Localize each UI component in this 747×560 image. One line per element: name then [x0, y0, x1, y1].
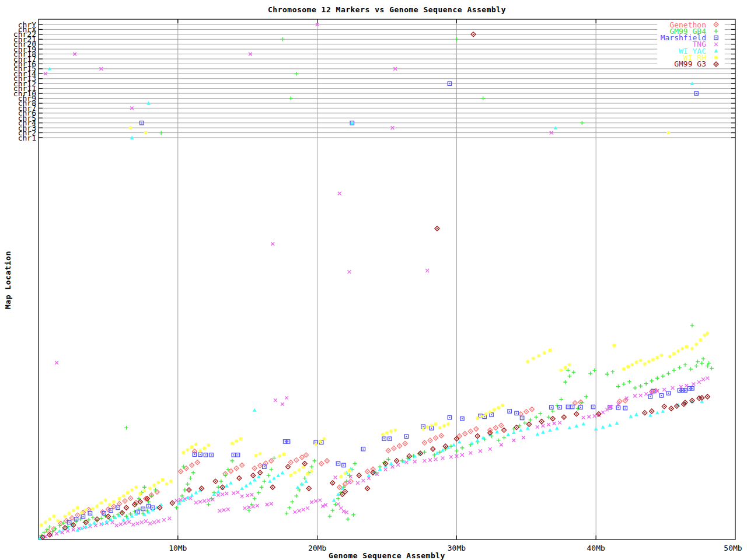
data-point: [582, 416, 585, 419]
data-point: [49, 534, 50, 536]
data-point: [428, 459, 432, 462]
data-point: [186, 482, 190, 486]
data-point: [66, 529, 69, 533]
data-point: [678, 366, 682, 370]
data-point: [470, 430, 471, 432]
data-point: [207, 443, 211, 447]
data-point: [254, 468, 255, 469]
data-point: [594, 427, 598, 430]
data-point: [42, 537, 43, 538]
data-point: [288, 441, 289, 442]
data-point: [555, 426, 559, 430]
data-point: [271, 460, 272, 461]
data-point: [484, 412, 488, 416]
data-point: [700, 361, 704, 365]
data-point: [318, 499, 322, 502]
data-point: [413, 460, 417, 463]
data-point: [117, 497, 121, 501]
x-tick-label-10mb: 10Mb: [169, 544, 187, 552]
data-point: [679, 385, 683, 388]
data-point: [676, 405, 678, 407]
data-point: [119, 523, 123, 526]
data-point: [312, 459, 316, 463]
data-point: [146, 498, 148, 499]
data-point: [53, 527, 57, 531]
data-point: [523, 421, 527, 425]
data-point: [391, 465, 395, 468]
data-point: [501, 425, 502, 426]
data-point: [634, 412, 638, 416]
data-point: [203, 499, 206, 503]
plot-canvas: 10Mb20Mb30Mb40Mb50MbchrYchrXchr22chr21ch…: [0, 0, 747, 560]
data-point: [553, 422, 556, 425]
data-point: [55, 361, 58, 365]
data-point: [484, 416, 485, 418]
data-point: [148, 506, 149, 507]
data-point: [289, 96, 293, 100]
data-point: [310, 469, 314, 473]
data-point: [191, 471, 196, 475]
data-point: [63, 514, 67, 519]
data-point: [107, 503, 111, 507]
data-point: [358, 475, 359, 476]
data-point: [449, 417, 451, 418]
data-point: [682, 390, 683, 391]
data-point: [194, 442, 198, 446]
data-point: [85, 522, 86, 523]
data-point: [152, 484, 156, 488]
data-point: [676, 349, 680, 353]
data-point: [432, 449, 434, 450]
data-point: [406, 436, 407, 437]
data-point: [404, 443, 406, 444]
data-point: [442, 424, 446, 428]
data-point: [343, 471, 347, 475]
data-point: [137, 512, 138, 513]
data-point: [672, 368, 676, 372]
data-point: [351, 513, 355, 517]
chrom-label-chr1: chr1: [18, 134, 36, 142]
data-point: [634, 360, 638, 365]
plot-border: [39, 19, 735, 540]
data-point: [191, 465, 193, 466]
data-point: [458, 440, 462, 443]
data-point: [268, 480, 272, 483]
data-point: [308, 488, 309, 489]
data-point: [551, 410, 555, 414]
data-point: [197, 462, 198, 463]
data-point: [108, 509, 109, 510]
data-point: [529, 424, 530, 425]
data-point: [425, 269, 429, 272]
data-point: [48, 531, 49, 532]
data-point: [249, 481, 253, 485]
data-point: [141, 123, 142, 124]
data-point: [548, 348, 552, 352]
data-point: [547, 415, 551, 419]
data-point: [488, 410, 492, 414]
data-point: [393, 428, 397, 432]
data-point: [190, 445, 194, 449]
data-point: [701, 377, 705, 381]
data-point: [455, 449, 459, 453]
data-point: [661, 410, 665, 413]
data-point: [322, 437, 326, 441]
data-point: [134, 504, 135, 505]
data-point: [672, 352, 676, 356]
data-point: [205, 454, 207, 456]
data-point: [452, 443, 456, 446]
data-point: [231, 442, 235, 446]
data-point: [262, 480, 266, 484]
data-point: [231, 459, 235, 463]
data-point: [39, 523, 43, 527]
data-point: [495, 427, 496, 428]
data-point: [388, 450, 389, 452]
data-point: [159, 507, 160, 508]
data-point: [253, 408, 257, 412]
data-point: [80, 511, 84, 515]
data-point: [189, 476, 193, 480]
data-point: [225, 484, 229, 487]
data-point: [110, 510, 111, 511]
data-point: [159, 131, 163, 135]
data-point: [343, 465, 344, 466]
data-point: [140, 520, 144, 524]
data-point: [226, 508, 230, 511]
